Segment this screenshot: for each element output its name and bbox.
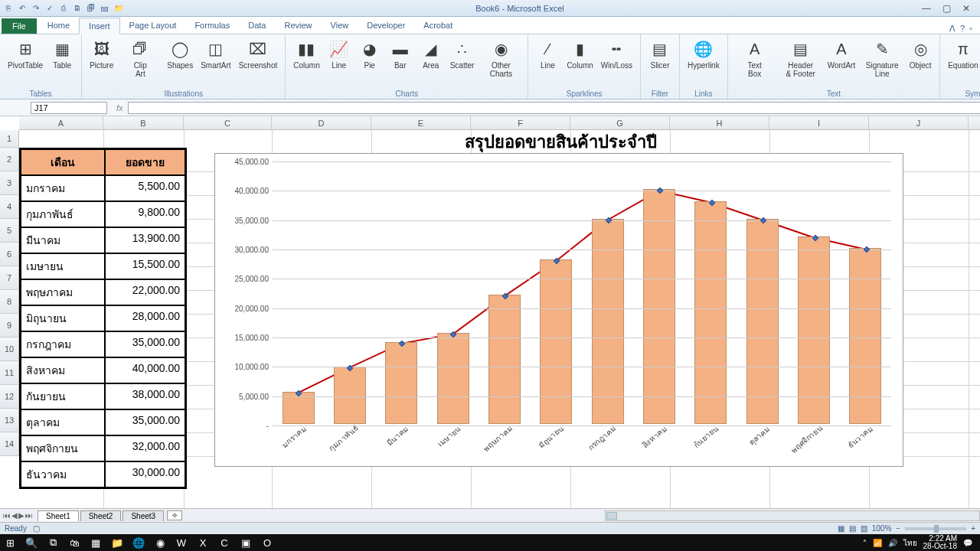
col-header[interactable]: B [103, 116, 184, 129]
slicer-button[interactable]: ▤Slicer [645, 36, 675, 71]
ribbon-tab-page-layout[interactable]: Page Layout [120, 18, 186, 34]
qat-button[interactable]: ↶ [17, 3, 28, 14]
tray-up-icon[interactable]: ˄ [863, 539, 867, 547]
notifications-icon[interactable]: 💬 [963, 539, 972, 547]
cells-area[interactable]: สรุปยอดขายสินค้าประจำปี เดือน ยอดขาย มกร… [19, 130, 980, 509]
qat-button[interactable]: 📁 [113, 3, 124, 14]
volume-icon[interactable]: 🔊 [888, 539, 897, 547]
scatter-button[interactable]: ∴Scatter [447, 36, 478, 71]
table-row[interactable]: มิถุนายน28,000.00 [21, 305, 185, 331]
minimize-button[interactable]: — [917, 3, 936, 14]
app-icon[interactable]: ▣ [239, 536, 253, 549]
qat-button[interactable]: 🗐 [86, 3, 96, 14]
row-header[interactable]: 9 [0, 314, 19, 337]
ribbon-tab-formulas[interactable]: Formulas [185, 18, 239, 34]
word-icon[interactable]: W [175, 536, 188, 549]
text-box-button[interactable]: ATextBox [733, 36, 777, 80]
table-row[interactable]: ตุลาคม35,000.00 [21, 409, 185, 435]
row-header[interactable]: 5 [0, 219, 19, 243]
col-header[interactable]: J [869, 116, 969, 129]
col-header[interactable]: F [471, 116, 570, 129]
bar[interactable] [540, 259, 572, 424]
table-row[interactable]: สิงหาคม40,000.00 [21, 357, 185, 383]
ribbon-tab-view[interactable]: View [322, 18, 358, 34]
row-header[interactable]: 8 [0, 290, 19, 314]
col-header[interactable]: H [670, 116, 769, 129]
view-page-break-icon[interactable]: ▧ [861, 524, 867, 533]
col-header[interactable]: C [184, 116, 272, 129]
win/loss-button[interactable]: ╍Win/Loss [598, 36, 635, 71]
sheet-nav[interactable]: ⏮◀▶⏭ [0, 511, 36, 520]
row-header[interactable]: 14 [0, 432, 19, 456]
qat-button[interactable]: 🗎 [72, 3, 83, 14]
row-header[interactable]: 7 [0, 266, 19, 290]
folder-icon[interactable]: 📁 [110, 536, 124, 549]
pivottable-button[interactable]: ⊞PivotTable [5, 36, 46, 71]
picture-button[interactable]: 🖼Picture [87, 36, 116, 71]
row-header[interactable]: 4 [0, 195, 19, 219]
table-row[interactable]: พฤษภาคม22,000.00 [21, 279, 185, 305]
zoom-level[interactable]: 100% [872, 524, 892, 533]
other-charts-button[interactable]: ◉OtherCharts [479, 36, 523, 80]
qat-button[interactable]: ⎘ [3, 3, 14, 14]
ribbon-tab-developer[interactable]: Developer [358, 18, 414, 34]
view-normal-icon[interactable]: ▦ [838, 524, 844, 533]
table-row[interactable]: กรกฎาคม35,000.00 [21, 331, 185, 357]
bar-button[interactable]: ▬Bar [386, 36, 415, 71]
minimize-ribbon-icon[interactable]: ᐱ [949, 24, 956, 34]
help-icon[interactable]: ? [960, 24, 965, 34]
signature-line-button[interactable]: ✎SignatureLine [860, 36, 904, 80]
row-header[interactable]: 2 [0, 148, 19, 171]
zoom-out-icon[interactable]: − [896, 524, 900, 533]
sheet-tab[interactable]: Sheet2 [80, 510, 122, 521]
bar[interactable] [849, 248, 881, 424]
ribbon-tab-review[interactable]: Review [275, 18, 321, 34]
worksheet[interactable]: ABCDEFGHIJ 1234567891011121314 สรุปยอดขา… [0, 116, 980, 509]
close-button[interactable]: ✕ [957, 3, 975, 14]
camtasia-icon[interactable]: C [217, 536, 231, 549]
col-header[interactable]: G [570, 116, 670, 129]
fx-icon[interactable]: fx [112, 103, 128, 112]
table-row[interactable]: ธันวาคม30,000.00 [21, 461, 185, 487]
table-row[interactable]: กุมภาพันธ์9,800.00 [21, 201, 185, 227]
sheet-tab[interactable]: Sheet1 [38, 510, 79, 521]
clip-art-button[interactable]: 🗇ClipArt [118, 36, 162, 80]
excel-icon[interactable]: X [196, 536, 210, 549]
ribbon-options-icon[interactable]: ▫ [969, 24, 972, 34]
col-header[interactable]: I [769, 116, 869, 129]
tray-date[interactable]: 28-Oct-18 [923, 543, 957, 550]
qat-button[interactable]: ↷ [31, 3, 41, 14]
bar[interactable] [385, 342, 417, 424]
column-button[interactable]: ▮Column [564, 36, 596, 71]
store-icon[interactable]: 🛍 [67, 536, 81, 549]
row-header[interactable]: 13 [0, 409, 19, 432]
row-header[interactable]: 11 [0, 361, 19, 385]
table-header-sales[interactable]: ยอดขาย [105, 149, 185, 175]
macro-record-icon[interactable]: ▢ [33, 524, 40, 533]
object-button[interactable]: ◎Object [906, 36, 935, 71]
bar[interactable] [488, 295, 521, 424]
table-button[interactable]: ▦Table [47, 36, 77, 71]
edge-icon[interactable]: 🌐 [132, 536, 145, 549]
chart[interactable]: มกราคมกุมภาพันธ์มีนาคมเมษายนพฤษภาคมมิถุน… [214, 153, 903, 467]
qat-button[interactable]: 🖴 [100, 3, 110, 14]
table-header-month[interactable]: เดือน [21, 149, 105, 175]
start-button[interactable]: ⊞ [3, 536, 17, 549]
chrome-icon[interactable]: ◉ [153, 536, 167, 549]
file-tab[interactable]: File [2, 18, 37, 34]
table-row[interactable]: เมษายน15,500.00 [21, 253, 185, 279]
column-button[interactable]: ▮▮Column [290, 36, 322, 71]
table-row[interactable]: มีนาคม13,900.00 [21, 227, 185, 253]
wordart-button[interactable]: AWordArt [825, 36, 859, 71]
ribbon-tab-insert[interactable]: Insert [79, 18, 120, 34]
network-icon[interactable]: 📶 [873, 539, 882, 547]
ribbon-tab-data[interactable]: Data [239, 18, 275, 34]
row-header[interactable]: 3 [0, 171, 19, 195]
table-row[interactable]: กันยายน38,000.00 [21, 383, 185, 409]
ribbon-tab-home[interactable]: Home [38, 18, 79, 34]
equation-button[interactable]: πEquation [945, 36, 980, 71]
ribbon-tab-acrobat[interactable]: Acrobat [414, 18, 462, 34]
horizontal-scrollbar[interactable] [605, 510, 980, 521]
header-footer-button[interactable]: ▤Header& Footer [779, 36, 823, 80]
col-header[interactable]: E [371, 116, 471, 129]
